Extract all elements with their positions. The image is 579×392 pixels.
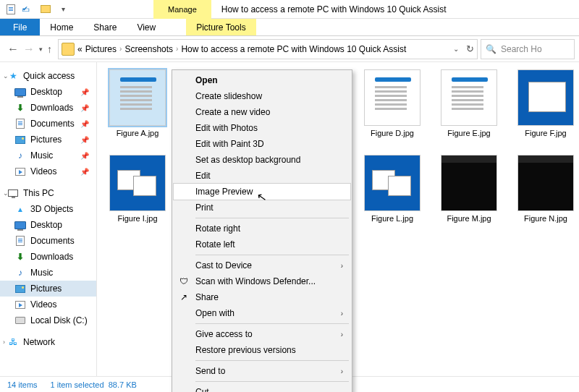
menu-item-open[interactable]: Open: [174, 72, 350, 88]
sidebar-item-videos[interactable]: Videos: [0, 297, 96, 312]
menu-item-set-as-desktop-background[interactable]: Set as desktop background: [174, 152, 350, 168]
sidebar-item-label: Pictures: [30, 284, 62, 294]
nav-arrows: ← → ▾ ↑: [4, 43, 55, 56]
file-item[interactable]: Figure M.jpg: [436, 155, 502, 223]
up-button[interactable]: ↑: [47, 43, 52, 55]
sidebar-item-desktop[interactable]: Desktop📌: [0, 84, 96, 100]
qat-checkbox[interactable]: ▭✔: [20, 1, 36, 17]
menu-item-send-to[interactable]: Send to›: [174, 363, 350, 379]
menu-item-rotate-right[interactable]: Rotate right: [174, 221, 350, 237]
menu-item-create-slideshow[interactable]: Create slideshow: [174, 88, 350, 104]
sidebar-this-pc[interactable]: ⌄ This PC: [0, 185, 96, 201]
file-item[interactable]: Figure A.jpg: [104, 69, 171, 137]
chevron-right-icon[interactable]: ›: [119, 45, 122, 53]
caret-icon[interactable]: ⌄: [3, 72, 9, 80]
file-label: Figure D.jpg: [371, 129, 414, 137]
sidebar-item-documents[interactable]: Documents: [0, 233, 96, 249]
menu-item-label: Scan with Windows Defender...: [195, 276, 316, 286]
menu-item-cut[interactable]: Cut: [174, 384, 350, 392]
menu-item-edit-with-paint-3d[interactable]: Edit with Paint 3D: [174, 136, 350, 152]
menu-item-share[interactable]: ↗Share: [174, 289, 350, 305]
menu-separator: [195, 323, 349, 324]
sidebar-item-local-disk-c-[interactable]: Local Disk (C:): [0, 312, 96, 328]
ribbon-tabs: File Home Share View Picture Tools: [0, 19, 579, 36]
chevron-right-icon: ›: [341, 331, 343, 338]
file-thumbnail: [364, 69, 420, 126]
sidebar-item-documents[interactable]: Documents📌: [0, 116, 96, 132]
window-title: How to access a remote PC with Windows 1…: [221, 4, 447, 14]
qat-folder-icon[interactable]: [38, 1, 54, 17]
tab-view[interactable]: View: [127, 19, 166, 35]
sidebar-item-pictures[interactable]: Pictures: [0, 281, 96, 297]
sidebar-item-label: 3D Objects: [30, 204, 73, 214]
file-item[interactable]: Figure N.jpg: [512, 155, 579, 223]
caret-icon[interactable]: ›: [3, 338, 5, 346]
menu-item-edit[interactable]: Edit: [174, 168, 350, 184]
menu-separator: [195, 218, 349, 218]
tab-home[interactable]: Home: [40, 19, 83, 35]
qat-overflow[interactable]: ▾: [55, 1, 71, 17]
refresh-button[interactable]: ↻: [466, 43, 474, 54]
sidebar-item-label: Music: [30, 268, 53, 278]
back-button[interactable]: ←: [7, 43, 19, 56]
navigation-pane: ⌄ ★ Quick access Desktop📌⬇Downloads📌Docu…: [0, 62, 97, 378]
music-icon: ♪: [14, 268, 26, 278]
sidebar-quick-access[interactable]: ⌄ ★ Quick access: [0, 68, 96, 84]
search-input[interactable]: 🔍 Search Ho: [481, 39, 575, 59]
documents-icon: [14, 236, 26, 246]
downloads-icon: ⬇: [14, 103, 26, 113]
3d-objects-icon: ▲: [14, 204, 26, 214]
pc-icon: [7, 188, 19, 198]
sidebar-item-music[interactable]: ♪Music📌: [0, 148, 96, 163]
titlebar: ▭✔ ▾ Manage How to access a remote PC wi…: [0, 0, 579, 19]
crumb[interactable]: Screenshots: [124, 44, 173, 54]
menu-item-give-access-to[interactable]: Give access to›: [174, 326, 350, 342]
sidebar-item-label: Local Disk (C:): [30, 315, 88, 325]
documents-icon: [14, 119, 26, 129]
sidebar-item-desktop[interactable]: Desktop: [0, 217, 96, 233]
menu-item-restore-previous-versions[interactable]: Restore previous versions: [174, 342, 350, 358]
file-item[interactable]: Figure I.jpg: [104, 155, 171, 223]
sidebar-item-videos[interactable]: Videos📌: [0, 163, 96, 179]
tab-file[interactable]: File: [0, 19, 40, 35]
disk-icon: [14, 315, 26, 325]
file-item[interactable]: Figure E.jpg: [436, 69, 502, 137]
menu-item-cast-to-device[interactable]: Cast to Device›: [174, 257, 350, 273]
menu-item-rotate-left[interactable]: Rotate left: [174, 237, 350, 252]
address-bar[interactable]: « Pictures › Screenshots › How to access…: [58, 39, 478, 59]
sidebar-item-pictures[interactable]: Pictures📌: [0, 132, 96, 148]
tab-picture-tools[interactable]: Picture Tools: [186, 19, 255, 35]
sidebar-item-label: Videos: [30, 166, 56, 176]
file-thumbnail: [109, 69, 166, 126]
menu-item-create-a-new-video[interactable]: Create a new video: [174, 104, 350, 120]
recent-dropdown[interactable]: ▾: [39, 46, 43, 53]
forward-button[interactable]: →: [23, 43, 35, 56]
address-dropdown[interactable]: ⌄: [453, 45, 459, 53]
menu-item-label: Give access to: [195, 329, 253, 339]
sidebar-item-3d-objects[interactable]: ▲3D Objects: [0, 201, 96, 217]
menu-item-label: Share: [195, 292, 219, 302]
sidebar-item-music[interactable]: ♪Music: [0, 265, 96, 281]
pictures-icon: [14, 284, 26, 294]
address-chevrons[interactable]: «: [77, 44, 83, 54]
sidebar-network[interactable]: › 🖧 Network: [0, 334, 96, 350]
menu-item-scan-with-windows-defender[interactable]: 🛡Scan with Windows Defender...: [174, 273, 350, 289]
sidebar-item-downloads[interactable]: ⬇Downloads: [0, 249, 96, 265]
sidebar-item-label: Desktop: [30, 220, 62, 230]
menu-item-edit-with-photos[interactable]: Edit with Photos: [174, 120, 350, 136]
file-label: Figure I.jpg: [117, 214, 157, 223]
file-item[interactable]: Figure L.jpg: [359, 155, 426, 223]
menu-item-label: Edit with Paint 3D: [195, 139, 264, 149]
crumb[interactable]: Pictures: [85, 44, 117, 54]
explorer-icon[interactable]: [3, 1, 19, 17]
pictures-icon: [14, 135, 26, 145]
file-item[interactable]: Figure D.jpg: [359, 69, 426, 137]
sidebar-item-downloads[interactable]: ⬇Downloads📌: [0, 100, 96, 116]
crumb[interactable]: How to access a remote PC with Windows 1…: [181, 44, 406, 54]
menu-item-open-with[interactable]: Open with›: [174, 305, 350, 321]
file-item[interactable]: Figure F.jpg: [512, 69, 579, 137]
chevron-right-icon[interactable]: ›: [176, 45, 178, 53]
sidebar-item-label: Downloads: [30, 252, 73, 262]
network-icon: 🖧: [7, 337, 19, 347]
tab-share[interactable]: Share: [83, 19, 127, 35]
